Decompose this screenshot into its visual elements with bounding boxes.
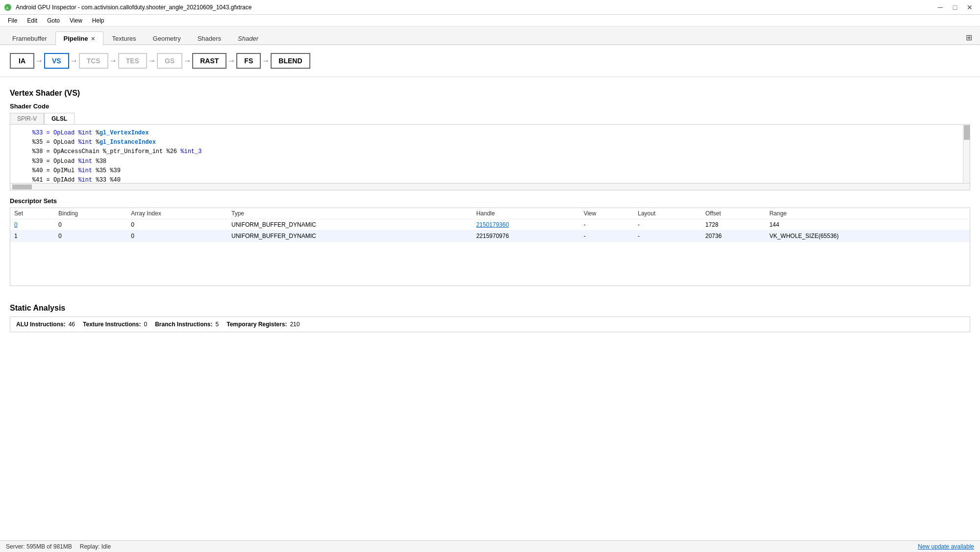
arrow-1: → bbox=[35, 56, 43, 65]
tab-framebuffer[interactable]: Framebuffer bbox=[4, 31, 55, 45]
code-scrollbar-h[interactable] bbox=[10, 184, 970, 190]
type-1: UNIFORM_BUFFER_DYNAMIC bbox=[227, 231, 472, 242]
arrow-4: → bbox=[148, 56, 156, 65]
handle-1: 2215970976 bbox=[472, 231, 579, 242]
binding-1: 0 bbox=[54, 231, 127, 242]
main-content: Vertex Shader (VS) Shader Code SPIR-V GL… bbox=[0, 77, 980, 540]
stat-texture-label: Texture Instructions: bbox=[83, 321, 141, 328]
col-handle: Handle bbox=[472, 208, 579, 219]
scrollbar-thumb bbox=[964, 125, 970, 140]
col-set: Set bbox=[10, 208, 54, 219]
menu-item-file[interactable]: File bbox=[4, 16, 21, 25]
stage-tcs[interactable]: TCS bbox=[79, 53, 108, 69]
stat-alu: ALU Instructions: 46 bbox=[16, 321, 75, 328]
descriptor-table-header: Set Binding Array Index Type Handle View… bbox=[10, 208, 970, 219]
status-bar: Server: 595MB of 981MB Replay: Idle New … bbox=[0, 540, 980, 552]
svg-text:A: A bbox=[6, 6, 9, 10]
stage-ia[interactable]: IA bbox=[10, 53, 34, 69]
stage-fs[interactable]: FS bbox=[236, 53, 261, 69]
code-type-2: %int bbox=[78, 139, 92, 146]
menu-item-help[interactable]: Help bbox=[88, 16, 108, 25]
code-scrollbar-v[interactable] bbox=[963, 125, 970, 183]
shader-code-block: %33 = OpLoad %int %gl_VertexIndex %35 = … bbox=[10, 125, 970, 184]
col-view: View bbox=[579, 208, 634, 219]
pipeline-stages: IA→VS→TCS→TES→GS→RAST→FS→BLEND bbox=[10, 53, 970, 69]
arrow-7: → bbox=[262, 56, 270, 65]
static-analysis-title: Static Analysis bbox=[10, 304, 970, 313]
stat-registers-label: Temporary Registers: bbox=[226, 321, 287, 328]
descriptor-table: Set Binding Array Index Type Handle View… bbox=[10, 208, 970, 242]
offset-0: 1728 bbox=[702, 219, 766, 231]
tab-bar: FramebufferPipeline✕TexturesGeometryShad… bbox=[0, 26, 980, 45]
set-1: 1 bbox=[10, 231, 54, 242]
view-1: - bbox=[579, 231, 634, 242]
stage-vs[interactable]: VS bbox=[44, 53, 69, 69]
tab-geometry[interactable]: Geometry bbox=[145, 31, 189, 45]
layout-1: - bbox=[634, 231, 702, 242]
window-controls: ─ □ ✕ bbox=[934, 2, 976, 13]
close-button[interactable]: ✕ bbox=[963, 2, 976, 13]
code-type-6: %int bbox=[78, 177, 92, 184]
stat-registers-value: 210 bbox=[290, 321, 300, 328]
pipeline-row: IA→VS→TCS→TES→GS→RAST→FS→BLEND bbox=[0, 45, 980, 77]
stage-tes[interactable]: TES bbox=[118, 53, 147, 69]
menu-item-view[interactable]: View bbox=[66, 16, 86, 25]
tab-close-pipeline[interactable]: ✕ bbox=[91, 36, 95, 42]
set-link-0[interactable]: 0 bbox=[14, 221, 18, 228]
array-index-0: 0 bbox=[127, 219, 227, 231]
stat-registers: Temporary Registers: 210 bbox=[226, 321, 300, 328]
tab-shaders[interactable]: Shaders bbox=[189, 31, 229, 45]
col-binding: Binding bbox=[54, 208, 127, 219]
tab-pipeline[interactable]: Pipeline✕ bbox=[55, 31, 104, 45]
stage-gs[interactable]: GS bbox=[157, 53, 182, 69]
vertex-shader-section: Vertex Shader (VS) Shader Code SPIR-V GL… bbox=[10, 85, 970, 286]
update-link[interactable]: New update available bbox=[918, 543, 974, 550]
col-layout: Layout bbox=[634, 208, 702, 219]
offset-1: 20736 bbox=[702, 231, 766, 242]
static-analysis-section: Static Analysis ALU Instructions: 46 Tex… bbox=[10, 300, 970, 332]
vertex-shader-title: Vertex Shader (VS) bbox=[10, 89, 970, 98]
stat-branch-label: Branch Instructions: bbox=[155, 321, 212, 328]
tab-shader[interactable]: Shader bbox=[229, 31, 267, 45]
shader-code-container[interactable]: %33 = OpLoad %int %gl_VertexIndex %35 = … bbox=[10, 125, 970, 184]
layout-0: - bbox=[634, 219, 702, 231]
descriptor-sets-section: Descriptor Sets Set Binding Array Index … bbox=[10, 197, 970, 286]
tab-textures[interactable]: Textures bbox=[103, 31, 144, 45]
stage-rast[interactable]: RAST bbox=[192, 53, 226, 69]
maximize-button[interactable]: □ bbox=[949, 2, 961, 13]
stat-branch-value: 5 bbox=[216, 321, 219, 328]
main-tabs: FramebufferPipeline✕TexturesGeometryShad… bbox=[4, 30, 267, 44]
static-analysis-box: ALU Instructions: 46 Texture Instruction… bbox=[10, 316, 970, 332]
spir-v-tab[interactable]: SPIR-V bbox=[10, 113, 44, 124]
col-range: Range bbox=[765, 208, 970, 219]
title-bar-left: A Android GPU Inspector - com.activision… bbox=[4, 3, 251, 11]
menu-item-goto[interactable]: Goto bbox=[43, 16, 64, 25]
stage-blend[interactable]: BLEND bbox=[271, 53, 310, 69]
type-0: UNIFORM_BUFFER_DYNAMIC bbox=[227, 219, 472, 231]
maximize-icon[interactable]: ⊞ bbox=[962, 31, 976, 44]
stat-texture: Texture Instructions: 0 bbox=[83, 321, 147, 328]
scrollbar-h-thumb bbox=[12, 184, 32, 189]
code-type-5: %int bbox=[78, 167, 92, 174]
code-type-4: %int bbox=[78, 158, 92, 165]
shader-code-tabs: SPIR-V GLSL bbox=[10, 113, 970, 125]
stat-texture-value: 0 bbox=[144, 321, 148, 328]
status-left: Server: 595MB of 981MB Replay: Idle bbox=[6, 543, 111, 550]
minimize-button[interactable]: ─ bbox=[934, 2, 947, 13]
stat-alu-label: ALU Instructions: bbox=[16, 321, 66, 328]
col-type: Type bbox=[227, 208, 472, 219]
code-type-1: %int bbox=[78, 130, 92, 136]
static-analysis-box-wrapper: ALU Instructions: 46 Texture Instruction… bbox=[10, 316, 970, 332]
glsl-tab[interactable]: GLSL bbox=[44, 113, 75, 124]
status-server: Server: 595MB of 981MB bbox=[6, 543, 72, 550]
app-icon: A bbox=[4, 3, 12, 11]
table-row: 0 0 0 UNIFORM_BUFFER_DYNAMIC 2150179360 … bbox=[10, 219, 970, 231]
col-array-index: Array Index bbox=[127, 208, 227, 219]
table-row: 1 0 0 UNIFORM_BUFFER_DYNAMIC 2215970976 … bbox=[10, 231, 970, 242]
title-bar: A Android GPU Inspector - com.activision… bbox=[0, 0, 980, 15]
arrow-2: → bbox=[70, 56, 78, 65]
handle-link-0[interactable]: 2150179360 bbox=[476, 221, 509, 228]
view-0: - bbox=[579, 219, 634, 231]
stat-alu-value: 46 bbox=[69, 321, 75, 328]
menu-item-edit[interactable]: Edit bbox=[23, 16, 41, 25]
